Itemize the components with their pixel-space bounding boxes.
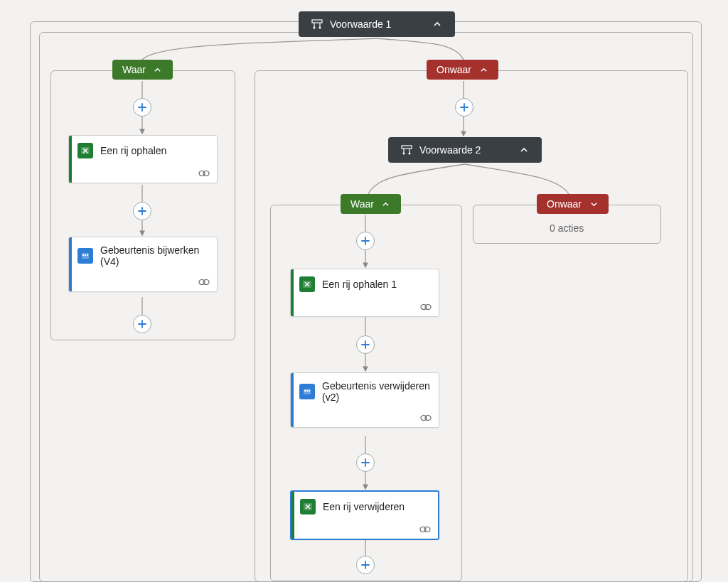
link-icon — [420, 302, 432, 312]
svg-point-27 — [425, 416, 431, 421]
action-label: Een rij ophalen — [100, 145, 166, 156]
action-card-get-row[interactable]: Een rij ophalen — [68, 135, 218, 183]
excel-icon — [299, 276, 315, 292]
condition-1-label: Voorwaarde 1 — [330, 18, 391, 30]
svg-point-7 — [203, 171, 209, 176]
svg-rect-24 — [306, 390, 308, 392]
chevron-up-icon — [153, 65, 163, 75]
branch-true-label: Waar — [350, 198, 374, 210]
action-card-delete-event[interactable]: Gebeurtenis verwijderen (v2) — [290, 372, 439, 428]
excel-icon — [300, 499, 316, 514]
svg-rect-25 — [309, 390, 310, 392]
chevron-up-icon — [432, 19, 442, 29]
add-action-button[interactable] — [356, 335, 375, 354]
add-action-button[interactable] — [356, 453, 375, 472]
svg-point-21 — [425, 305, 431, 310]
svg-rect-10 — [85, 254, 86, 256]
chevron-down-icon — [589, 199, 599, 209]
action-label: Gebeurtenis bijwerken (V4) — [100, 244, 208, 267]
condition-2-label: Voorwaarde 2 — [419, 144, 481, 156]
svg-rect-0 — [312, 20, 322, 23]
action-label: Gebeurtenis verwijderen (v2) — [322, 380, 430, 403]
action-card-get-row-1[interactable]: Een rij ophalen 1 — [290, 269, 439, 317]
add-action-button[interactable] — [133, 98, 151, 117]
add-action-button[interactable] — [455, 98, 473, 117]
card-accent-bar — [291, 269, 294, 316]
svg-rect-9 — [82, 254, 84, 256]
outlook-icon — [77, 248, 93, 264]
nested-true-pill[interactable]: Waar — [341, 194, 401, 214]
add-action-button[interactable] — [133, 202, 151, 220]
action-label: Een rij ophalen 1 — [322, 279, 397, 290]
chevron-up-icon — [478, 65, 488, 75]
action-card-delete-row[interactable]: Een rij verwijderen — [290, 490, 439, 540]
svg-point-3 — [314, 27, 316, 29]
svg-point-4 — [319, 27, 321, 29]
branch-false-label: Onwaar — [437, 64, 471, 75]
nested-false-pill[interactable]: Onwaar — [537, 194, 609, 214]
condition-2-node[interactable]: Voorwaarde 2 — [388, 137, 542, 163]
svg-rect-11 — [87, 254, 88, 256]
svg-point-30 — [424, 527, 430, 532]
branch-false-pill[interactable]: Onwaar — [427, 60, 498, 80]
link-icon — [198, 277, 210, 287]
outlook-icon — [299, 384, 315, 399]
condition-1-node[interactable]: Voorwaarde 1 — [299, 11, 455, 37]
svg-point-18 — [409, 153, 411, 155]
link-icon — [419, 524, 431, 534]
card-accent-bar — [291, 492, 294, 539]
excel-icon — [77, 143, 93, 158]
add-action-button[interactable] — [356, 556, 375, 574]
action-card-update-event[interactable]: Gebeurtenis bijwerken (V4) — [68, 237, 218, 292]
branch-true-pill[interactable]: Waar — [112, 60, 173, 80]
add-action-button[interactable] — [133, 315, 151, 333]
card-accent-bar — [69, 136, 72, 183]
svg-rect-14 — [402, 146, 412, 149]
branch-true-label: Waar — [122, 64, 146, 75]
branch-false-label: Onwaar — [547, 198, 582, 210]
action-label: Een rij verwijderen — [323, 501, 405, 512]
add-action-button[interactable] — [356, 232, 375, 250]
link-icon — [420, 413, 432, 423]
condition-icon — [401, 144, 412, 156]
card-accent-bar — [291, 373, 294, 427]
link-icon — [198, 168, 210, 178]
chevron-up-icon — [381, 199, 391, 209]
condition-icon — [311, 18, 323, 30]
svg-rect-23 — [304, 390, 306, 392]
chevron-up-icon — [519, 145, 529, 155]
svg-point-13 — [203, 280, 209, 285]
card-accent-bar — [69, 237, 72, 291]
svg-point-17 — [403, 153, 405, 155]
empty-actions-label: 0 acties — [550, 222, 584, 234]
